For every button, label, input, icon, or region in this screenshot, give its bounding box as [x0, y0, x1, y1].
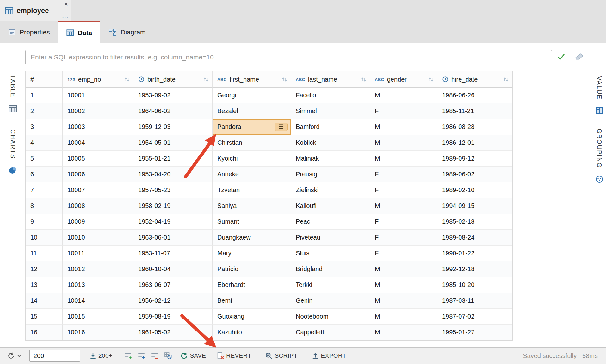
cell-birth_date[interactable]: 1963-06-07: [133, 277, 213, 293]
tab-diagram[interactable]: Diagram: [100, 21, 154, 43]
header-cell-rownum[interactable]: #: [26, 71, 63, 88]
row-number-cell[interactable]: 15: [26, 309, 63, 325]
cell-first_name[interactable]: Chirstian: [213, 135, 291, 151]
cell-last_name[interactable]: Koblick: [291, 135, 370, 151]
cell-emp_no[interactable]: 10002: [63, 103, 133, 119]
cell-gender[interactable]: M: [370, 88, 437, 103]
cell-hire_date[interactable]: 1995-01-27: [437, 325, 512, 340]
cell-birth_date[interactable]: 1955-01-21: [133, 151, 213, 167]
refresh-button[interactable]: [7, 352, 21, 360]
cell-last_name[interactable]: Sluis: [291, 246, 370, 261]
cell-first_name[interactable]: Mary: [213, 246, 291, 261]
cell-birth_date[interactable]: 1959-12-03: [133, 119, 213, 135]
cell-last_name[interactable]: Simmel: [291, 103, 370, 119]
cell-last_name[interactable]: Peac: [291, 214, 370, 230]
cell-birth_date[interactable]: 1960-10-04: [133, 261, 213, 277]
cell-last_name[interactable]: Terkki: [291, 277, 370, 293]
sort-toggle-icon[interactable]: [281, 76, 288, 82]
sql-filter-input[interactable]: [25, 50, 552, 64]
cell-gender[interactable]: M: [370, 277, 437, 293]
row-number-cell[interactable]: 2: [26, 103, 63, 119]
row-number-cell[interactable]: 4: [26, 135, 63, 151]
row-number-cell[interactable]: 6: [26, 167, 63, 182]
apply-filter-icon[interactable]: [556, 52, 566, 62]
row-number-cell[interactable]: 5: [26, 151, 63, 167]
cell-hire_date[interactable]: 1994-09-15: [437, 198, 512, 214]
rail-tab-grouping[interactable]: GROUPING: [592, 129, 606, 183]
rail-tab-charts[interactable]: CHARTS: [0, 129, 25, 175]
sort-toggle-icon[interactable]: [428, 76, 434, 82]
cell-gender[interactable]: M: [370, 309, 437, 325]
cell-hire_date[interactable]: 1985-11-21: [437, 103, 512, 119]
close-tab-icon[interactable]: ×: [64, 1, 68, 7]
cell-last_name[interactable]: Zielinski: [291, 182, 370, 198]
clear-filter-eraser-icon[interactable]: [574, 52, 584, 62]
cell-birth_date[interactable]: 1956-02-12: [133, 293, 213, 309]
row-number-cell[interactable]: 14: [26, 293, 63, 309]
refresh-grid-button[interactable]: [161, 350, 175, 361]
tab-overflow-icon[interactable]: ⋯: [62, 15, 69, 21]
cell-birth_date[interactable]: 1953-09-02: [133, 88, 213, 103]
cell-last_name[interactable]: Nooteboom: [291, 309, 370, 325]
row-number-cell[interactable]: 12: [26, 261, 63, 277]
cell-menu-icon[interactable]: ☰: [275, 123, 288, 131]
cell-hire_date[interactable]: 1989-09-12: [437, 151, 512, 167]
cell-gender[interactable]: F: [370, 103, 437, 119]
cell-first_name[interactable]: Berni: [213, 293, 291, 309]
cell-first_name[interactable]: Kyoichi: [213, 151, 291, 167]
cell-birth_date[interactable]: 1954-05-01: [133, 135, 213, 151]
selected-cell[interactable]: Pandora☰: [213, 119, 291, 135]
cell-first_name[interactable]: Kazuhito: [213, 325, 291, 340]
cell-birth_date[interactable]: 1953-04-20: [133, 167, 213, 182]
cell-gender[interactable]: M: [370, 135, 437, 151]
cell-first_name[interactable]: Anneke: [213, 167, 291, 182]
cell-first_name[interactable]: Bezalel: [213, 103, 291, 119]
cell-emp_no[interactable]: 10015: [63, 309, 133, 325]
sort-toggle-icon[interactable]: [124, 76, 130, 82]
cell-last_name[interactable]: Cappelletti: [291, 325, 370, 340]
cell-gender[interactable]: M: [370, 325, 437, 340]
cell-last_name[interactable]: Genin: [291, 293, 370, 309]
row-number-cell[interactable]: 11: [26, 246, 63, 261]
add-row-button[interactable]: [121, 350, 135, 361]
cell-emp_no[interactable]: 10011: [63, 246, 133, 261]
cell-hire_date[interactable]: 1986-08-28: [437, 119, 512, 135]
cell-hire_date[interactable]: 1987-07-02: [437, 309, 512, 325]
cell-first_name[interactable]: Saniya: [213, 198, 291, 214]
cell-last_name[interactable]: Kalloufi: [291, 198, 370, 214]
header-cell-hire_date[interactable]: hire_date: [437, 71, 512, 88]
row-number-cell[interactable]: 9: [26, 214, 63, 230]
row-number-cell[interactable]: 16: [26, 325, 63, 340]
rail-tab-value[interactable]: VALUE: [592, 76, 606, 115]
cell-birth_date[interactable]: 1957-05-23: [133, 182, 213, 198]
cell-emp_no[interactable]: 10004: [63, 135, 133, 151]
delete-row-button[interactable]: [148, 350, 161, 361]
cell-last_name[interactable]: Maliniak: [291, 151, 370, 167]
cell-emp_no[interactable]: 10007: [63, 182, 133, 198]
cell-birth_date[interactable]: 1959-08-19: [133, 309, 213, 325]
revert-button[interactable]: REVERT: [217, 352, 251, 360]
cell-gender[interactable]: F: [370, 230, 437, 246]
cell-first_name[interactable]: Georgi: [213, 88, 291, 103]
cell-gender[interactable]: M: [370, 261, 437, 277]
header-cell-birth_date[interactable]: birth_date: [133, 71, 213, 88]
cell-hire_date[interactable]: 1987-03-11: [437, 293, 512, 309]
rail-tab-table[interactable]: TABLE: [0, 75, 25, 113]
duplicate-row-button[interactable]: [135, 350, 148, 361]
cell-first_name[interactable]: Eberhardt: [213, 277, 291, 293]
row-number-cell[interactable]: 3: [26, 119, 63, 135]
cell-hire_date[interactable]: 1992-12-18: [437, 261, 512, 277]
cell-emp_no[interactable]: 10008: [63, 198, 133, 214]
cell-gender[interactable]: F: [370, 182, 437, 198]
cell-birth_date[interactable]: 1964-06-02: [133, 103, 213, 119]
cell-emp_no[interactable]: 10013: [63, 277, 133, 293]
cell-birth_date[interactable]: 1963-06-01: [133, 230, 213, 246]
save-button[interactable]: SAVE: [180, 352, 206, 360]
script-button[interactable]: SCRIPT: [265, 352, 297, 360]
cell-birth_date[interactable]: 1952-04-19: [133, 214, 213, 230]
cell-emp_no[interactable]: 10014: [63, 293, 133, 309]
cell-birth_date[interactable]: 1953-11-07: [133, 246, 213, 261]
cell-gender[interactable]: M: [370, 119, 437, 135]
row-number-cell[interactable]: 10: [26, 230, 63, 246]
sort-toggle-icon[interactable]: [503, 76, 509, 82]
